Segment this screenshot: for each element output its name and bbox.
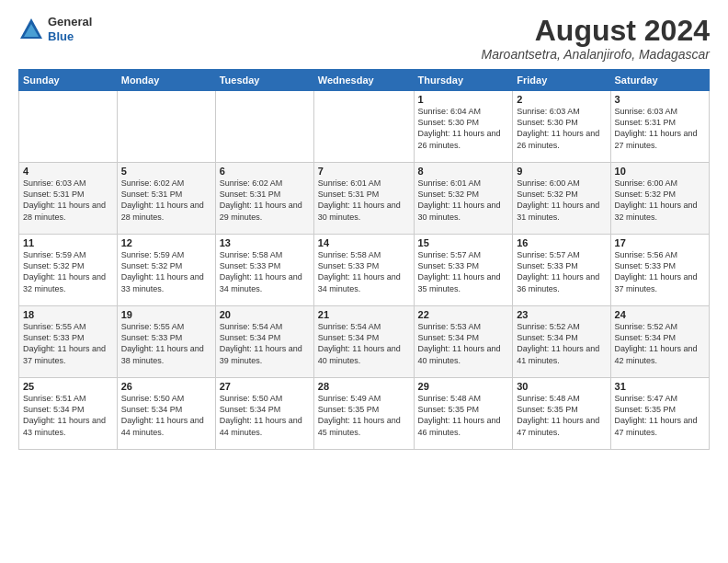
day-number: 16 [517,237,606,248]
table-row [313,91,414,163]
day-info: Sunrise: 6:03 AMSunset: 5:30 PMDaylight:… [517,106,606,151]
week-row-2: 4Sunrise: 6:03 AMSunset: 5:31 PMDaylight… [19,163,710,235]
day-number: 27 [220,381,310,392]
day-info: Sunrise: 5:55 AMSunset: 5:33 PMDaylight:… [121,321,211,366]
day-info: Sunrise: 5:53 AMSunset: 5:34 PMDaylight:… [418,321,509,366]
table-row: 2Sunrise: 6:03 AMSunset: 5:30 PMDaylight… [513,91,610,163]
table-row: 27Sunrise: 5:50 AMSunset: 5:34 PMDayligh… [215,378,313,450]
table-row: 1Sunrise: 6:04 AMSunset: 5:30 PMDaylight… [414,91,513,163]
day-number: 10 [615,166,705,177]
table-row: 21Sunrise: 5:54 AMSunset: 5:34 PMDayligh… [313,306,414,378]
table-row: 25Sunrise: 5:51 AMSunset: 5:34 PMDayligh… [19,378,118,450]
col-sunday: Sunday [19,70,118,91]
day-number: 1 [418,94,509,105]
day-number: 13 [220,237,310,248]
logo-general: General [48,15,92,29]
day-number: 25 [23,381,113,392]
logo-text: General Blue [48,15,92,43]
day-number: 11 [23,237,113,248]
table-row: 12Sunrise: 5:59 AMSunset: 5:32 PMDayligh… [117,235,215,306]
day-info: Sunrise: 5:47 AMSunset: 5:35 PMDaylight:… [615,393,705,438]
table-row: 28Sunrise: 5:49 AMSunset: 5:35 PMDayligh… [313,378,414,450]
day-info: Sunrise: 6:04 AMSunset: 5:30 PMDaylight:… [418,106,509,151]
calendar-body: 1Sunrise: 6:04 AMSunset: 5:30 PMDaylight… [19,91,710,450]
table-row: 5Sunrise: 6:02 AMSunset: 5:31 PMDaylight… [117,163,215,235]
table-row: 13Sunrise: 5:58 AMSunset: 5:33 PMDayligh… [215,235,313,306]
day-info: Sunrise: 5:57 AMSunset: 5:33 PMDaylight:… [517,249,606,294]
day-number: 9 [517,166,606,177]
day-info: Sunrise: 5:59 AMSunset: 5:32 PMDaylight:… [23,249,113,294]
day-number: 8 [418,166,509,177]
table-row: 22Sunrise: 5:53 AMSunset: 5:34 PMDayligh… [414,306,513,378]
page: General Blue August 2024 Maroantsetra, A… [0,0,728,563]
month-year: August 2024 [482,15,711,47]
calendar-table: Sunday Monday Tuesday Wednesday Thursday… [18,69,710,450]
day-info: Sunrise: 6:03 AMSunset: 5:31 PMDaylight:… [615,106,705,151]
day-info: Sunrise: 6:01 AMSunset: 5:32 PMDaylight:… [418,178,509,223]
table-row: 10Sunrise: 6:00 AMSunset: 5:32 PMDayligh… [610,163,709,235]
table-row: 29Sunrise: 5:48 AMSunset: 5:35 PMDayligh… [414,378,513,450]
table-row: 18Sunrise: 5:55 AMSunset: 5:33 PMDayligh… [19,306,118,378]
week-row-5: 25Sunrise: 5:51 AMSunset: 5:34 PMDayligh… [19,378,710,450]
day-info: Sunrise: 6:03 AMSunset: 5:31 PMDaylight:… [23,178,113,223]
day-info: Sunrise: 5:48 AMSunset: 5:35 PMDaylight:… [418,393,509,438]
table-row [117,91,215,163]
col-friday: Friday [513,70,610,91]
day-number: 14 [318,237,410,248]
table-row: 24Sunrise: 5:52 AMSunset: 5:34 PMDayligh… [610,306,709,378]
day-info: Sunrise: 5:58 AMSunset: 5:33 PMDaylight:… [220,249,310,294]
day-number: 21 [318,309,410,320]
col-monday: Monday [117,70,215,91]
day-number: 7 [318,166,410,177]
table-row: 8Sunrise: 6:01 AMSunset: 5:32 PMDaylight… [414,163,513,235]
day-info: Sunrise: 5:49 AMSunset: 5:35 PMDaylight:… [318,393,410,438]
day-number: 4 [23,166,113,177]
day-number: 17 [615,237,705,248]
title-block: August 2024 Maroantsetra, Analanjirofo, … [482,15,711,62]
day-info: Sunrise: 6:02 AMSunset: 5:31 PMDaylight:… [121,178,211,223]
table-row: 11Sunrise: 5:59 AMSunset: 5:32 PMDayligh… [19,235,118,306]
table-row: 19Sunrise: 5:55 AMSunset: 5:33 PMDayligh… [117,306,215,378]
week-row-1: 1Sunrise: 6:04 AMSunset: 5:30 PMDaylight… [19,91,710,163]
day-number: 3 [615,94,705,105]
day-number: 31 [615,381,705,392]
logo-blue: Blue [48,29,74,43]
logo-icon [18,17,44,42]
col-thursday: Thursday [414,70,513,91]
day-info: Sunrise: 6:00 AMSunset: 5:32 PMDaylight:… [615,178,705,223]
table-row: 9Sunrise: 6:00 AMSunset: 5:32 PMDaylight… [513,163,610,235]
table-row: 31Sunrise: 5:47 AMSunset: 5:35 PMDayligh… [610,378,709,450]
day-number: 6 [220,166,310,177]
day-number: 26 [121,381,211,392]
col-wednesday: Wednesday [313,70,414,91]
day-number: 12 [121,237,211,248]
week-row-4: 18Sunrise: 5:55 AMSunset: 5:33 PMDayligh… [19,306,710,378]
day-info: Sunrise: 6:01 AMSunset: 5:31 PMDaylight:… [318,178,410,223]
day-info: Sunrise: 5:52 AMSunset: 5:34 PMDaylight:… [517,321,606,366]
col-tuesday: Tuesday [215,70,313,91]
day-info: Sunrise: 6:02 AMSunset: 5:31 PMDaylight:… [220,178,310,223]
day-number: 5 [121,166,211,177]
header: General Blue August 2024 Maroantsetra, A… [18,15,710,62]
day-info: Sunrise: 5:50 AMSunset: 5:34 PMDaylight:… [220,393,310,438]
day-number: 2 [517,94,606,105]
table-row: 7Sunrise: 6:01 AMSunset: 5:31 PMDaylight… [313,163,414,235]
table-row: 4Sunrise: 6:03 AMSunset: 5:31 PMDaylight… [19,163,118,235]
table-row: 16Sunrise: 5:57 AMSunset: 5:33 PMDayligh… [513,235,610,306]
table-row: 20Sunrise: 5:54 AMSunset: 5:34 PMDayligh… [215,306,313,378]
col-saturday: Saturday [610,70,709,91]
table-row: 30Sunrise: 5:48 AMSunset: 5:35 PMDayligh… [513,378,610,450]
day-info: Sunrise: 6:00 AMSunset: 5:32 PMDaylight:… [517,178,606,223]
table-row: 15Sunrise: 5:57 AMSunset: 5:33 PMDayligh… [414,235,513,306]
table-row [215,91,313,163]
logo: General Blue [18,15,92,43]
table-row: 23Sunrise: 5:52 AMSunset: 5:34 PMDayligh… [513,306,610,378]
day-info: Sunrise: 5:50 AMSunset: 5:34 PMDaylight:… [121,393,211,438]
day-info: Sunrise: 5:52 AMSunset: 5:34 PMDaylight:… [615,321,705,366]
day-number: 23 [517,309,606,320]
calendar-header: Sunday Monday Tuesday Wednesday Thursday… [19,70,710,91]
day-number: 15 [418,237,509,248]
day-number: 20 [220,309,310,320]
day-info: Sunrise: 5:58 AMSunset: 5:33 PMDaylight:… [318,249,410,294]
day-number: 22 [418,309,509,320]
